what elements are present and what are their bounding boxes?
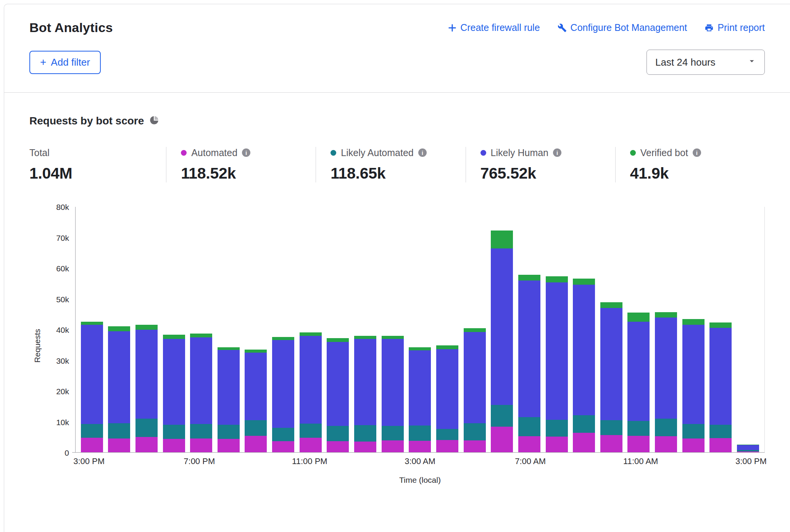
segment-likely-automated[interactable] (163, 425, 185, 439)
bar-5-800pm[interactable] (218, 207, 240, 452)
bar-10-100am[interactable] (354, 207, 376, 452)
segment-automated[interactable] (464, 440, 486, 452)
segment-likely-human[interactable] (682, 325, 705, 424)
time-range-select[interactable]: Last 24 hours (647, 50, 765, 75)
segment-automated[interactable] (300, 438, 322, 452)
segment-verified-bot[interactable] (245, 350, 267, 353)
bar-9-1200am[interactable] (327, 207, 349, 452)
segment-likely-automated[interactable] (409, 426, 431, 441)
bar-4-700pm[interactable] (190, 207, 212, 452)
segment-automated[interactable] (409, 441, 431, 452)
segment-likely-automated[interactable] (108, 423, 130, 438)
segment-automated[interactable] (245, 436, 267, 452)
segment-likely-human[interactable] (464, 332, 486, 424)
bar-3-600pm[interactable] (163, 207, 185, 452)
segment-likely-automated[interactable] (300, 424, 322, 438)
segment-likely-automated[interactable] (135, 419, 158, 437)
segment-automated[interactable] (491, 427, 513, 453)
add-filter-button[interactable]: + Add filter (29, 51, 101, 74)
bar-0-300pm[interactable] (81, 207, 103, 452)
segment-likely-automated[interactable] (655, 419, 677, 437)
segment-verified-bot[interactable] (573, 279, 595, 285)
segment-likely-human[interactable] (409, 350, 431, 426)
bar-16-700am[interactable] (518, 207, 540, 452)
bar-17-800am[interactable] (546, 207, 568, 452)
segment-likely-human[interactable] (354, 339, 376, 426)
segment-likely-automated[interactable] (573, 415, 595, 433)
segment-automated[interactable] (600, 435, 622, 452)
segment-likely-automated[interactable] (518, 417, 540, 436)
segment-verified-bot[interactable] (464, 328, 486, 332)
segment-verified-bot[interactable] (108, 326, 130, 331)
segment-automated[interactable] (737, 451, 759, 452)
segment-likely-human[interactable] (518, 281, 540, 417)
segment-automated[interactable] (354, 442, 376, 452)
segment-likely-human[interactable] (272, 340, 294, 428)
bar-8-1100pm[interactable] (300, 207, 322, 452)
bar-15-600am[interactable] (491, 207, 513, 452)
segment-likely-human[interactable] (327, 342, 349, 426)
segment-likely-human[interactable] (436, 349, 458, 429)
segment-automated[interactable] (218, 439, 240, 452)
segment-likely-human[interactable] (737, 445, 759, 450)
segment-verified-bot[interactable] (81, 322, 103, 325)
segment-likely-automated[interactable] (682, 424, 705, 438)
bar-14-500am[interactable] (464, 207, 486, 452)
bar-13-400am[interactable] (436, 207, 458, 452)
create-firewall-rule-link[interactable]: Create firewall rule (448, 22, 540, 33)
segment-automated[interactable] (709, 438, 732, 452)
segment-likely-human[interactable] (190, 337, 212, 424)
segment-automated[interactable] (272, 441, 294, 452)
configure-bot-management-link[interactable]: Configure Bot Management (558, 22, 687, 33)
bar-19-1000am[interactable] (600, 207, 622, 452)
segment-likely-human[interactable] (655, 318, 677, 418)
bar-1-400pm[interactable] (108, 207, 130, 452)
bar-21-1200pm[interactable] (655, 207, 677, 452)
segment-likely-human[interactable] (546, 282, 568, 420)
segment-verified-bot[interactable] (546, 276, 568, 282)
segment-automated[interactable] (163, 439, 185, 452)
segment-likely-automated[interactable] (464, 423, 486, 440)
segment-likely-human[interactable] (245, 353, 267, 420)
segment-verified-bot[interactable] (272, 337, 294, 340)
segment-verified-bot[interactable] (600, 302, 622, 308)
info-icon[interactable] (242, 148, 250, 157)
bar-2-500pm[interactable] (135, 207, 158, 452)
segment-likely-human[interactable] (600, 308, 622, 420)
segment-verified-bot[interactable] (218, 347, 240, 350)
segment-likely-automated[interactable] (218, 425, 240, 439)
segment-likely-human[interactable] (218, 350, 240, 424)
segment-verified-bot[interactable] (135, 325, 158, 329)
segment-automated[interactable] (518, 436, 540, 452)
segment-automated[interactable] (190, 438, 212, 452)
print-report-link[interactable]: Print report (705, 22, 765, 33)
bar-12-300am[interactable] (409, 207, 431, 452)
segment-likely-automated[interactable] (272, 428, 294, 441)
segment-likely-automated[interactable] (436, 429, 458, 440)
segment-likely-automated[interactable] (627, 421, 650, 436)
segment-verified-bot[interactable] (518, 275, 540, 280)
segment-verified-bot[interactable] (436, 345, 458, 349)
segment-likely-automated[interactable] (245, 420, 267, 436)
segment-likely-automated[interactable] (81, 424, 103, 438)
segment-likely-human[interactable] (627, 322, 650, 421)
segment-verified-bot[interactable] (682, 319, 705, 324)
segment-automated[interactable] (573, 433, 595, 452)
segment-likely-automated[interactable] (709, 425, 732, 438)
bar-18-900am[interactable] (573, 207, 595, 452)
segment-verified-bot[interactable] (300, 332, 322, 336)
bar-6-900pm[interactable] (245, 207, 267, 452)
segment-verified-bot[interactable] (627, 313, 650, 322)
segment-likely-automated[interactable] (327, 426, 349, 441)
segment-likely-automated[interactable] (190, 424, 212, 438)
segment-automated[interactable] (382, 440, 404, 452)
segment-automated[interactable] (436, 440, 458, 452)
segment-likely-automated[interactable] (491, 405, 513, 426)
segment-automated[interactable] (108, 438, 130, 452)
segment-likely-automated[interactable] (600, 420, 622, 435)
bar-20-1100am[interactable] (627, 207, 650, 452)
segment-likely-automated[interactable] (382, 426, 404, 440)
segment-likely-human[interactable] (81, 325, 103, 424)
info-icon[interactable] (693, 148, 701, 157)
info-icon[interactable] (553, 148, 561, 157)
